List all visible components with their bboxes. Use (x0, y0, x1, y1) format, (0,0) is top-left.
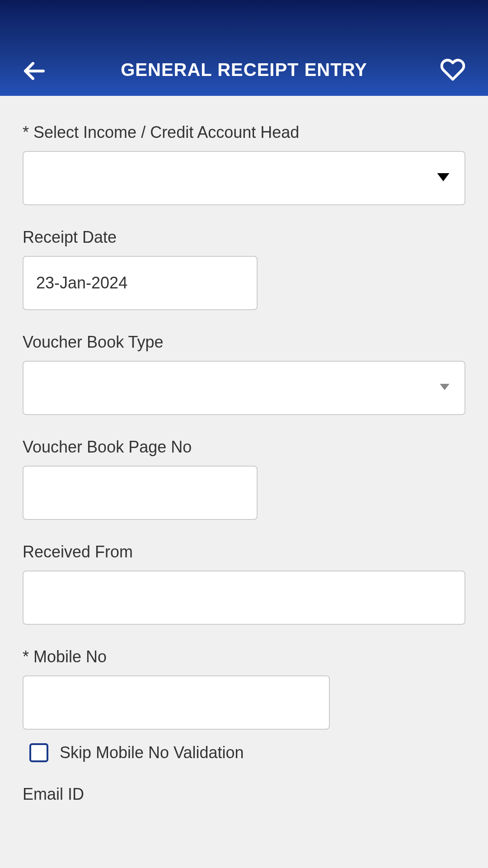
back-arrow-icon (23, 60, 45, 82)
mobile-no-input[interactable] (23, 675, 330, 730)
received-from-label: Received From (23, 542, 465, 561)
voucher-page-no-input[interactable] (23, 466, 258, 520)
voucher-book-type-select-wrapper (23, 361, 465, 415)
receipt-date-label: Receipt Date (23, 228, 465, 247)
email-group: Email ID (23, 785, 465, 804)
account-head-label: * Select Income / Credit Account Head (23, 123, 465, 142)
mobile-no-group: * Mobile No Skip Mobile No Validation (23, 647, 465, 762)
favorite-button[interactable] (440, 57, 465, 82)
email-label: Email ID (23, 785, 465, 804)
page-title: GENERAL RECEIPT ENTRY (23, 60, 465, 80)
receipt-date-group: Receipt Date (23, 228, 465, 310)
voucher-book-type-group: Voucher Book Type (23, 333, 465, 415)
status-bar (0, 0, 488, 14)
received-from-group: Received From (23, 542, 465, 625)
skip-validation-label: Skip Mobile No Validation (60, 743, 244, 762)
voucher-page-no-group: Voucher Book Page No (23, 438, 465, 520)
heart-icon (440, 57, 465, 82)
form-content: * Select Income / Credit Account Head Re… (0, 96, 488, 804)
voucher-book-type-label: Voucher Book Type (23, 333, 465, 352)
mobile-no-label: * Mobile No (23, 647, 465, 666)
voucher-page-no-label: Voucher Book Page No (23, 438, 465, 457)
received-from-input[interactable] (23, 571, 465, 625)
account-head-select-wrapper (23, 151, 465, 205)
skip-validation-group: Skip Mobile No Validation (23, 743, 465, 762)
account-head-select[interactable] (23, 151, 465, 205)
voucher-book-type-select[interactable] (23, 361, 465, 415)
receipt-date-input[interactable] (23, 256, 258, 310)
skip-validation-checkbox[interactable] (29, 743, 48, 762)
app-header: GENERAL RECEIPT ENTRY (0, 14, 488, 96)
account-head-group: * Select Income / Credit Account Head (23, 123, 465, 205)
back-button[interactable] (23, 60, 45, 82)
